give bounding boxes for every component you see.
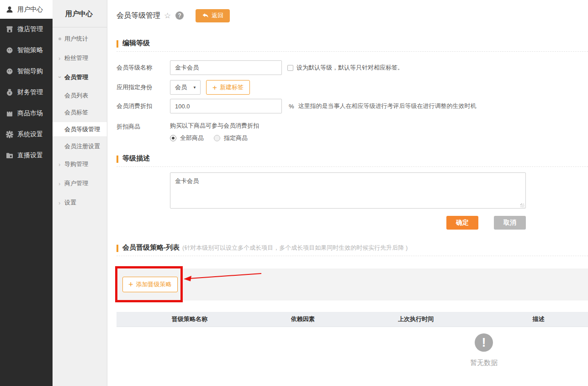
sidebar-item-user-center[interactable]: 用户中心 <box>0 0 53 19</box>
sidebar-item-label: 系统设置 <box>17 130 43 139</box>
level-desc-textarea[interactable]: 金卡会员 <box>170 172 526 209</box>
secondary-sidebar: 用户中心 用户统计 › 粉丝管理 › 会员管理 会员列表 会员标签 会员等级管理 <box>53 0 107 386</box>
chevron-right-icon: › <box>58 55 61 62</box>
edit-section-header: 编辑等级 <box>117 39 588 48</box>
chevron-down-icon: › <box>57 76 64 79</box>
subnav-item-guide-mgmt[interactable]: › 导购管理 <box>53 155 107 174</box>
app-window: 用户中心 微店管理 智能策略 智能导购 ¥ 财务管理 商品市场 系统设置 直播设 <box>0 0 588 386</box>
form-actions: 确定 取消 <box>117 216 526 230</box>
level-name-row: 会员等级名称 设为默认等级，默认等只针对相应标签。 <box>117 60 588 75</box>
subnav-item-member-register[interactable]: 会员注册设置 <box>53 138 107 155</box>
section-bar <box>117 245 118 252</box>
sidebar-item-label: 直播设置 <box>17 151 43 160</box>
subnav-item-merchant-mgmt[interactable]: › 商户管理 <box>53 174 107 193</box>
gear-icon <box>6 131 13 138</box>
section-bar <box>117 40 118 48</box>
strategy-section-header: 会员晋级策略-列表 (针对本级别可以设立多个成长项目，多个成长项目如果同时生效的… <box>117 244 588 252</box>
cancel-button[interactable]: 取消 <box>494 216 526 230</box>
percent-unit: % <box>289 103 294 110</box>
level-name-input[interactable] <box>170 60 282 75</box>
default-level-checkbox[interactable] <box>287 65 293 71</box>
help-icon[interactable]: ? <box>175 11 184 20</box>
discount-goods-row: 折扣商品 购买以下商品可参与会员消费折扣 全部商品 指定商品 <box>117 122 588 142</box>
annotation-arrow <box>183 270 265 283</box>
reply-arrow-icon <box>202 13 209 19</box>
chevron-right-icon: › <box>58 161 61 168</box>
empty-state-text: 暂无数据 <box>470 359 498 367</box>
level-desc-wrap: 金卡会员 <box>170 172 526 210</box>
shopping-bag-icon <box>6 110 13 117</box>
strategy-table-header: 晋级策略名称 依赖因素 上次执行时间 描述 <box>117 312 588 327</box>
column-description: 描述 <box>489 315 588 323</box>
sidebar-item-label: 财务管理 <box>17 88 43 96</box>
new-tag-button[interactable]: + 新建标签 <box>206 80 250 95</box>
divider <box>117 166 588 167</box>
folder-icon <box>6 152 13 159</box>
primary-sidebar: 用户中心 微店管理 智能策略 智能导购 ¥ 财务管理 商品市场 系统设置 直播设 <box>0 0 53 386</box>
secondary-sidebar-title: 用户中心 <box>53 0 107 27</box>
radio-specified-goods[interactable] <box>214 135 220 141</box>
identity-row: 应用指定身份 会员 ▼ + 新建标签 <box>117 80 588 95</box>
goods-scope-radios: 全部商品 指定商品 <box>170 134 259 142</box>
sidebar-item-finance[interactable]: ¥ 财务管理 <box>0 82 53 103</box>
identity-select[interactable]: 会员 ▼ <box>170 80 201 95</box>
add-strategy-band: + 添加晋级策略 <box>117 268 588 300</box>
sidebar-item-label: 智能策略 <box>17 46 43 54</box>
discount-hint: 这里指的是当事人在相应等级进行考评后等级在进行调整的生效时机 <box>298 102 477 110</box>
column-last-run-time: 上次执行时间 <box>343 315 489 323</box>
discount-input[interactable] <box>170 99 282 113</box>
robot-icon <box>6 68 13 75</box>
plus-icon: + <box>128 280 133 289</box>
chevron-right-icon: › <box>58 199 61 206</box>
exclamation-icon: ! <box>475 333 493 352</box>
dot-icon <box>58 38 61 40</box>
svg-text:¥: ¥ <box>9 91 11 95</box>
column-strategy-name: 晋级策略名称 <box>117 315 263 323</box>
user-icon <box>6 6 13 13</box>
page-header: 会员等级管理 ☆ ? 返回 <box>117 8 588 23</box>
column-dependency: 依赖因素 <box>263 315 343 323</box>
sidebar-item-label: 微店管理 <box>17 25 43 33</box>
sidebar-item-label: 用户中心 <box>17 5 43 14</box>
subnav-item-member-list[interactable]: 会员列表 <box>53 87 107 104</box>
moneybag-icon: ¥ <box>6 89 13 96</box>
page-title: 会员等级管理 <box>117 11 160 21</box>
desc-section-header: 等级描述 <box>117 155 588 163</box>
empty-state: ! 暂无数据 <box>452 333 516 367</box>
back-button[interactable]: 返回 <box>196 9 230 22</box>
sidebar-item-goods-market[interactable]: 商品市场 <box>0 103 53 124</box>
plus-icon: + <box>212 84 217 91</box>
sidebar-item-smart-strategy[interactable]: 智能策略 <box>0 40 53 61</box>
caret-down-icon: ▼ <box>193 86 196 90</box>
section-bar <box>117 155 118 163</box>
divider <box>117 51 588 52</box>
sidebar-item-live-settings[interactable]: 直播设置 <box>0 145 53 166</box>
confirm-button[interactable]: 确定 <box>446 216 478 230</box>
radio-all-goods[interactable] <box>170 135 176 141</box>
subnav-item-user-stats[interactable]: 用户统计 <box>53 29 107 48</box>
discount-goods-desc: 购买以下商品可参与会员消费折扣 <box>170 122 259 130</box>
star-icon[interactable]: ☆ <box>164 11 171 21</box>
sidebar-item-label: 智能导购 <box>17 67 43 75</box>
sidebar-item-microstore[interactable]: 微店管理 <box>0 19 53 40</box>
resize-grip[interactable] <box>520 204 524 208</box>
sidebar-item-smart-guide[interactable]: 智能导购 <box>0 61 53 82</box>
strategy-section-note: (针对本级别可以设立多个成长项目，多个成长项目如果同时生效的时候实行先升后降 ) <box>182 244 408 252</box>
subnav-item-member-mgmt[interactable]: › 会员管理 <box>53 68 107 87</box>
divider <box>117 256 588 256</box>
subnav-item-settings[interactable]: › 设置 <box>53 193 107 212</box>
add-strategy-button[interactable]: + 添加晋级策略 <box>122 277 178 292</box>
store-icon <box>6 26 13 33</box>
robot-icon <box>6 47 13 54</box>
chevron-right-icon: › <box>58 180 61 187</box>
subnav-item-member-tags[interactable]: 会员标签 <box>53 104 107 121</box>
main-content: 会员等级管理 ☆ ? 返回 编辑等级 会员等级名称 设为默认等级，默认等只针对相… <box>107 0 588 386</box>
secondary-sidebar-list: 用户统计 › 粉丝管理 › 会员管理 会员列表 会员标签 会员等级管理 会员注册… <box>53 27 107 212</box>
sidebar-item-system-settings[interactable]: 系统设置 <box>0 124 53 145</box>
sidebar-item-label: 商品市场 <box>17 109 43 118</box>
subnav-item-member-level[interactable]: 会员等级管理 <box>53 122 107 136</box>
subnav-item-fans[interactable]: › 粉丝管理 <box>53 48 107 68</box>
discount-row: 会员消费折扣 % 这里指的是当事人在相应等级进行考评后等级在进行调整的生效时机 <box>117 99 588 113</box>
